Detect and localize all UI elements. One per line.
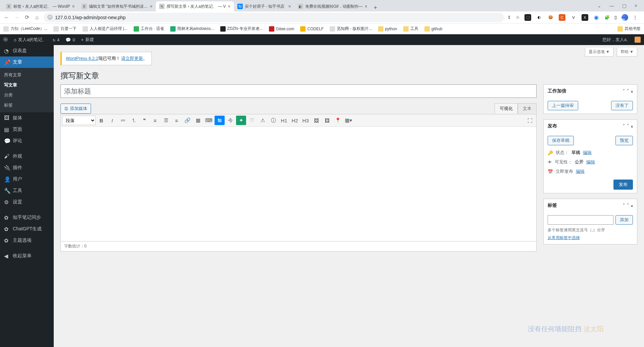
link-button[interactable]: 🔗	[182, 116, 192, 125]
forward-icon[interactable]: →	[13, 14, 20, 21]
gallery-button[interactable]: 🖼	[322, 116, 332, 125]
browser-tab[interactable]: X标签 ‹ 友人a的笔记、 — WordP×	[3, 1, 78, 11]
warning-button[interactable]: ⚠	[258, 116, 268, 125]
close-icon[interactable]: ×	[150, 4, 152, 9]
wp-version-link[interactable]: WordPress 6.2.2	[66, 56, 98, 61]
none-button[interactable]: 没有了	[611, 101, 633, 110]
number-list-button[interactable]: ⒈	[129, 116, 139, 125]
close-icon[interactable]: ×	[228, 4, 230, 9]
extension-icon[interactable]: 🍪	[547, 14, 554, 21]
submenu-tags[interactable]: 标签	[0, 100, 54, 110]
format-select[interactable]: 段落	[62, 116, 96, 125]
close-icon[interactable]: ×	[72, 4, 75, 9]
extension-icon[interactable]: ◐	[536, 14, 543, 21]
more-button[interactable]: ▦	[193, 116, 203, 125]
fullscreen-button[interactable]: ⛶	[525, 116, 535, 125]
minimize-icon[interactable]: —	[609, 3, 614, 8]
profile-icon[interactable]: 二狗	[622, 14, 628, 21]
bold-button[interactable]: B	[96, 116, 106, 125]
bullet-list-button[interactable]: ≔	[118, 116, 128, 125]
info-button[interactable]: ⓘ	[268, 116, 278, 125]
close-window-icon[interactable]: ×	[635, 3, 637, 8]
menu-collapse[interactable]: ◀收起菜单	[0, 250, 54, 262]
quote-button[interactable]: ❝	[139, 116, 149, 125]
menu-icon[interactable]: ⋮	[633, 15, 637, 20]
submenu-new-post[interactable]: 写文章	[0, 80, 54, 90]
extension-icon[interactable]: ◉	[593, 14, 600, 21]
tags-input[interactable]	[548, 215, 613, 225]
back-icon[interactable]: ←	[3, 14, 10, 21]
pin-button[interactable]: 📍	[333, 116, 343, 125]
heart-button[interactable]: ♡	[247, 116, 257, 125]
screen-options-tab[interactable]: 显示选项 ▼	[585, 48, 613, 56]
update-now-link[interactable]: 请立即更新	[121, 56, 143, 61]
edit-date-link[interactable]: 编辑	[576, 168, 585, 175]
preview-button[interactable]: 预览	[615, 136, 633, 145]
menu-posts[interactable]: 📌文章	[0, 56, 54, 68]
extensions-icon[interactable]: 🧩	[604, 15, 610, 20]
bookmark-item[interactable]: CODELF	[300, 26, 324, 32]
bookmark-folder[interactable]: python	[378, 26, 397, 32]
submenu-categories[interactable]: 分类	[0, 90, 54, 100]
home-icon[interactable]: ⌂	[34, 14, 40, 21]
menu-settings[interactable]: ⚙设置	[0, 196, 54, 208]
close-icon[interactable]: ×	[365, 4, 367, 9]
extension-icon[interactable]: ⬚	[524, 14, 531, 21]
adminbar-comments[interactable]: 💬0	[65, 37, 75, 42]
italic-button[interactable]: I	[107, 116, 117, 125]
add-media-button[interactable]: 🖻添加媒体	[60, 104, 91, 114]
submenu-all-posts[interactable]: 所有文章	[0, 70, 54, 80]
bookmark-folder[interactable]: 工具	[403, 26, 418, 32]
move-up-icon[interactable]: ˄	[623, 89, 625, 93]
bookmark-item[interactable]: 百度一下	[53, 26, 77, 32]
toggle-icon[interactable]: ▴	[631, 89, 633, 93]
align-left-button[interactable]: ≡	[150, 116, 160, 125]
bookmark-item[interactable]: 觅知网 - 版权图片...	[330, 26, 372, 32]
edit-visibility-link[interactable]: 编辑	[586, 159, 595, 165]
zhihu-button[interactable]: 知	[215, 116, 225, 125]
choose-tags-link[interactable]: 从常用标签中选择	[548, 235, 580, 240]
extension-icon[interactable]: C	[559, 14, 565, 21]
menu-chatgpt[interactable]: ✿ChatGPT生成	[0, 223, 54, 235]
menu-dashboard[interactable]: ◔仪表盘	[0, 45, 54, 56]
menu-appearance[interactable]: 🖌外观	[0, 151, 54, 162]
h1-button[interactable]: H1	[279, 116, 289, 125]
add-tag-button[interactable]: 添加	[615, 215, 633, 225]
chevron-down-icon[interactable]: ⌄	[597, 3, 601, 8]
browser-tab-active[interactable]: ✎撰写新文章 ‹ 友人a的笔记、 — V×	[156, 1, 234, 11]
align-right-button[interactable]: ≡	[172, 116, 182, 125]
menu-users[interactable]: 👤用户	[0, 174, 54, 185]
visual-tab[interactable]: 可视化	[495, 103, 518, 114]
move-down-icon[interactable]: ˅	[627, 203, 629, 208]
new-tab-button[interactable]: +	[371, 4, 380, 11]
save-draft-button[interactable]: 保存草稿	[548, 136, 574, 145]
adminbar-greeting[interactable]: 您好，友人a、	[602, 37, 641, 43]
publish-button[interactable]: 发布	[613, 180, 633, 190]
help-tab[interactable]: 帮助 ▼	[617, 48, 637, 56]
h3-button[interactable]: H3	[301, 116, 311, 125]
share-icon[interactable]: ⇪	[507, 15, 511, 20]
extension-icon[interactable]: X	[582, 14, 588, 21]
text-tab[interactable]: 文本	[518, 103, 537, 114]
green-button[interactable]: ✦	[236, 116, 246, 125]
menu-tools[interactable]: 🔧工具	[0, 185, 54, 196]
menu-plugins[interactable]: 🔌插件	[0, 162, 54, 174]
adminbar-new[interactable]: +新建	[81, 37, 94, 43]
wp-logo[interactable]: ⓦ	[3, 37, 8, 43]
menu-media[interactable]: 🖾媒体	[0, 112, 54, 124]
reload-icon[interactable]: ⟳	[24, 14, 30, 21]
move-up-icon[interactable]: ˄	[623, 124, 625, 128]
code-button[interactable]: 今	[225, 116, 235, 125]
maximize-icon[interactable]: ▢	[622, 3, 627, 8]
adminbar-updates[interactable]: ↻4	[53, 37, 59, 42]
other-bookmarks[interactable]: 其他书签	[617, 26, 641, 32]
star-icon[interactable]: ☆	[516, 15, 520, 20]
image-button[interactable]: 🖼	[311, 116, 321, 125]
menu-zhihu-sync[interactable]: ✿知乎笔记同步	[0, 212, 54, 223]
edit-status-link[interactable]: 编辑	[583, 150, 592, 156]
browser-tab[interactable]: ◐免费在线视频转Gif，动图制作—×	[294, 1, 371, 11]
move-down-icon[interactable]: ˅	[627, 124, 629, 128]
editor-body[interactable]	[61, 127, 536, 241]
extension-icon[interactable]: V	[570, 14, 577, 21]
bookmark-item[interactable]: 雨林木风windowss...	[170, 26, 214, 32]
